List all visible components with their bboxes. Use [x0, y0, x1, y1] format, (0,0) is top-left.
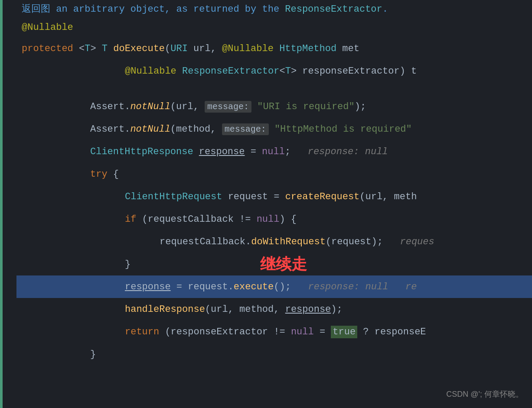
nullable2: @Nullable — [125, 66, 176, 77]
nullable-inline: @Nullable — [222, 43, 274, 54]
line-if: if (requestCallback != null ) { — [16, 208, 532, 230]
response-var2: response — [125, 282, 171, 292]
do-with-req: doWithRequest — [251, 236, 326, 247]
t-suffix: t — [405, 66, 417, 77]
req-type: ClientHttpRequest — [125, 191, 222, 202]
generic2: < — [279, 66, 285, 77]
ternary: ? responseE — [357, 327, 426, 337]
space2 — [274, 43, 279, 54]
line-assert1: Assert. notNull (url, message: "URI is r… — [16, 95, 532, 118]
resp-extractor-param: responseExtractor) — [297, 66, 405, 77]
chinese-label: 继续走 — [260, 254, 307, 275]
line-close-if: } 继续走 — [16, 253, 532, 275]
close-if-brace: } — [125, 259, 131, 270]
line-callback: requestCallback. doWithRequest (request)… — [16, 230, 532, 253]
semi1: ; — [285, 146, 308, 157]
line-response-decl: ClientHttpResponse response = null ; res… — [16, 140, 532, 163]
null3: null — [291, 327, 314, 337]
notnull-method2: notNull — [130, 124, 170, 135]
response-var: response — [199, 146, 245, 157]
line-continuation: @Nullable ResponseExtractor < T > respon… — [16, 60, 532, 82]
response-var3: response — [285, 304, 331, 315]
reques-comment: reques — [383, 236, 434, 247]
open-paren: ( — [165, 43, 170, 54]
left-accent-bar — [0, 0, 3, 408]
request-execute: request. — [188, 282, 234, 292]
paren2: (method, — [170, 124, 222, 135]
if-kw: if — [125, 214, 136, 225]
true-badge: true — [331, 326, 357, 338]
paren1: (url, — [170, 101, 205, 112]
csdn-watermark: CSDN @'; 何章怀晓。 — [446, 389, 523, 399]
assert-class2: Assert. — [90, 124, 130, 135]
uri-string: "URI is required" — [251, 101, 355, 112]
t2: T — [285, 66, 291, 77]
message-hint1: message: — [205, 101, 251, 113]
generic2-close: > — [291, 66, 297, 77]
return-paren: (responseExtractor != — [159, 327, 291, 337]
uri-type: URI — [170, 43, 188, 54]
create-req-method: createRequest — [285, 191, 360, 202]
code-editor: 返回图 an arbitrary object, as returned by … — [0, 0, 532, 408]
line-try: try { — [16, 163, 532, 185]
type-t1: T — [85, 43, 90, 54]
generic-close: > — [90, 43, 101, 54]
response-comment1: response: null — [308, 146, 388, 157]
top-comment-text: 返回图 an arbitrary object, as returned by … — [22, 2, 388, 15]
if-paren: (requestCallback != — [136, 214, 256, 225]
line-method-signature: protected <T> T doExecute ( URI url, @Nu… — [16, 37, 532, 60]
generic-t: < — [73, 43, 85, 54]
line-return: return (responseExtractor != null = true… — [16, 321, 532, 343]
req-callback-call: requestCallback. — [160, 236, 251, 247]
line-nullable1: @Nullable — [16, 17, 532, 37]
httpmethod-string: "HttpMethod is required" — [269, 124, 412, 135]
line-assert2: Assert. notNull (method, message: "HttpM… — [16, 118, 532, 140]
method-name: doExecute — [113, 43, 165, 54]
met-param: met — [336, 43, 359, 54]
line-close-try: } — [16, 343, 532, 366]
assert-class: Assert. — [90, 101, 130, 112]
line-top-comment: 返回图 an arbitrary object, as returned by … — [16, 0, 532, 17]
line-handle: handleResponse (url, method, response ); — [16, 298, 532, 321]
close-try-brace: } — [90, 349, 96, 360]
space3 — [176, 66, 182, 77]
code-area: 返回图 an arbitrary object, as returned by … — [16, 0, 532, 408]
equals2: = — [171, 282, 188, 292]
nullable-annotation: @Nullable — [22, 22, 73, 33]
try-brace: { — [108, 169, 119, 180]
line-create-request: ClientHttpRequest request = createReques… — [16, 185, 532, 208]
notnull-method: notNull — [130, 101, 170, 112]
paren5: (); — [274, 282, 308, 292]
equals1: = — [245, 146, 262, 157]
response-null-comment: response: null re — [308, 282, 417, 292]
httpmethod-type: HttpMethod — [279, 43, 336, 54]
return-kw: return — [125, 327, 159, 337]
resp-extractor-type: ResponseExtractor — [182, 66, 279, 77]
close1: ); — [355, 101, 366, 112]
execute-method: execute — [234, 282, 274, 292]
space — [108, 43, 113, 54]
message-hint2: message: — [222, 123, 269, 135]
url-param: url, — [188, 43, 222, 54]
try-kw: try — [90, 169, 108, 180]
space6: request = — [222, 191, 285, 202]
resp-type: ClientHttpResponse — [90, 146, 193, 157]
null2: null — [257, 214, 280, 225]
paren6-close: ); — [331, 304, 342, 315]
paren6: (url, method, — [205, 304, 285, 315]
if-brace: ) { — [279, 214, 297, 225]
paren3: (url, meth — [359, 191, 417, 202]
handle-response: handleResponse — [125, 304, 205, 315]
line-blank — [16, 82, 532, 95]
null-val: null — [262, 146, 285, 157]
line-execute: response = request. execute (); response… — [16, 275, 532, 298]
space5 — [193, 146, 199, 157]
equals-true: = — [314, 327, 331, 337]
kw-protected: protected — [22, 43, 73, 54]
paren4: (request); — [326, 236, 383, 247]
return-type: T — [102, 43, 108, 54]
